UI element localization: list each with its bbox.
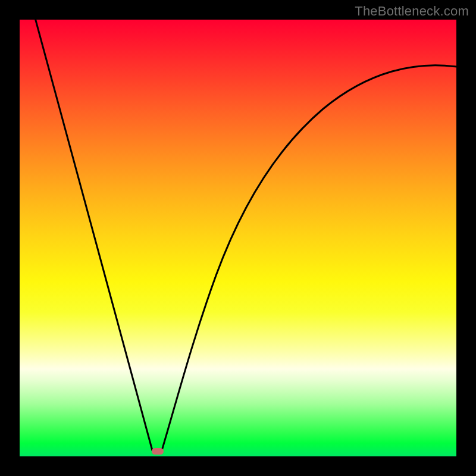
optimum-marker [152,448,164,455]
plot-area [20,20,456,456]
chart-container: TheBottleneck.com [0,0,476,476]
curve-right-branch [162,65,456,450]
curve-left-branch [34,20,152,450]
watermark-text: TheBottleneck.com [355,4,469,19]
bottleneck-curve [20,20,456,456]
